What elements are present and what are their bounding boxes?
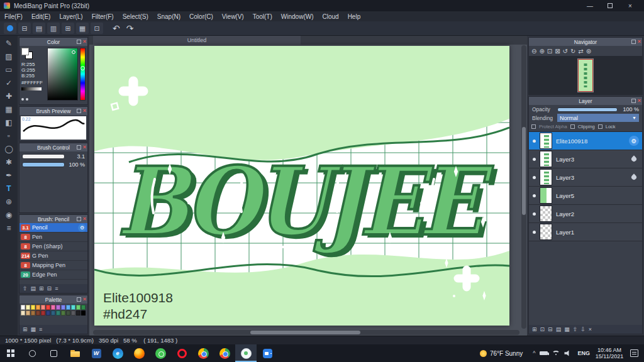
tool-gradient[interactable]: ◧ (1, 116, 16, 129)
fg-bg-swatches[interactable] (21, 48, 34, 60)
layer-visibility-dot[interactable] (533, 194, 536, 197)
palette-swatch[interactable] (46, 305, 50, 310)
palette-swatch[interactable] (21, 310, 25, 315)
popout-icon[interactable] (77, 297, 81, 302)
palette-swatch[interactable] (41, 310, 45, 315)
brush-settings-icon[interactable]: ≡ (55, 285, 58, 292)
vertical-scroll-thumb[interactable] (522, 127, 526, 215)
battery-icon[interactable] (540, 351, 548, 355)
add-layer-icon[interactable]: ⊞ (532, 326, 537, 332)
save-icon[interactable]: ⊟ (18, 23, 31, 34)
close-icon[interactable]: × (638, 98, 641, 104)
chrome-profile2-icon[interactable] (214, 344, 235, 362)
minimize-button[interactable]: — (580, 0, 600, 11)
add-brush-icon[interactable]: ⊞ (39, 285, 44, 292)
palette-swatch[interactable] (66, 310, 70, 315)
material-panel-icon[interactable]: ⊡ (91, 23, 103, 34)
whatsapp-icon[interactable] (150, 344, 171, 362)
start-button[interactable] (0, 344, 21, 362)
merge-layer-icon[interactable]: ⊟ (548, 326, 553, 332)
menu-layer[interactable]: Layer(L) (55, 13, 87, 20)
brush-row[interactable]: 8 Pen (Sharp) ⚙ (19, 242, 87, 251)
remove-brush-icon[interactable]: ⊟ (47, 285, 52, 292)
layer-down-icon[interactable]: ⇩ (580, 326, 586, 332)
popout-icon[interactable] (631, 40, 636, 44)
navigator-preview[interactable] (529, 56, 642, 94)
tool-text[interactable]: T (1, 182, 16, 195)
palette-swatch[interactable] (76, 310, 80, 315)
close-icon[interactable]: × (83, 145, 86, 150)
zoom-in-icon[interactable]: ⊕ (539, 48, 544, 55)
wifi-icon[interactable] (552, 351, 560, 356)
zoom-out-icon[interactable]: ⊖ (531, 48, 536, 55)
popout-icon[interactable] (631, 99, 636, 103)
rotate-right-icon[interactable]: ↻ (570, 48, 575, 55)
palette-swatch[interactable] (31, 305, 35, 310)
brush-row[interactable]: 3.1 Pencil ⚙ (19, 223, 87, 233)
popout-icon[interactable] (77, 109, 81, 113)
menu-cloud[interactable]: Cloud (318, 13, 343, 20)
menu-select[interactable]: Select(S) (118, 13, 153, 20)
slider-dot[interactable] (21, 98, 24, 101)
palette-swatch[interactable] (31, 310, 35, 315)
chrome-icon[interactable] (192, 344, 214, 362)
layer-row[interactable]: Layer3 ⚙ (529, 168, 642, 187)
layer-visibility-dot[interactable] (533, 212, 536, 216)
layer-visibility-dot[interactable] (533, 176, 536, 179)
value-slider[interactable] (21, 87, 42, 90)
palette-swatch[interactable] (81, 305, 86, 310)
layer-visibility-dot[interactable] (533, 158, 536, 161)
palette-swatch[interactable] (51, 310, 55, 315)
layer-up-icon[interactable]: ⇧ (573, 326, 578, 332)
palette-swatch[interactable] (51, 305, 55, 310)
hue-cursor[interactable] (80, 66, 85, 70)
hue-bar[interactable] (80, 48, 86, 101)
tool-magic-wand[interactable]: ✱ (1, 156, 16, 168)
redo-icon[interactable]: ↷ (126, 23, 134, 33)
artwork-canvas[interactable]: BOUJEE BOUJEE (94, 46, 509, 326)
palette-swatch[interactable] (46, 310, 50, 315)
document-tab[interactable]: Untitled (93, 36, 301, 45)
palette-swatch[interactable] (36, 310, 40, 315)
brush-row[interactable]: 8 Pen ⚙ (19, 233, 87, 242)
brush-size-slider[interactable] (22, 154, 65, 159)
layer-row[interactable]: Elite100918 ⚙ (529, 132, 642, 150)
layer-row[interactable]: Layer5 ⚙ (529, 187, 642, 205)
palette-swatch[interactable] (21, 305, 25, 310)
tool-bucket[interactable]: ▦ (1, 103, 16, 116)
layer-visibility-dot[interactable] (533, 231, 536, 234)
canvas-vertical-scrollbar[interactable] (521, 45, 526, 329)
palette-swatch[interactable] (61, 310, 65, 315)
protect-alpha-checkbox[interactable] (531, 124, 536, 129)
camera-app-icon[interactable] (257, 344, 278, 362)
opacity-slider[interactable] (557, 107, 618, 112)
tool-select-pen[interactable]: ✒ (1, 169, 16, 182)
clipping-checkbox[interactable] (570, 124, 575, 129)
zoom-fit-icon[interactable]: ⊡ (547, 48, 552, 55)
palette-swatch[interactable] (81, 310, 86, 315)
primary-color-button[interactable] (4, 23, 16, 34)
tool-zoom[interactable]: ◉ (1, 209, 16, 221)
slider-dot[interactable] (26, 98, 28, 101)
brush-opacity-slider[interactable] (22, 162, 65, 167)
brush-settings-gear-icon[interactable]: ⚙ (78, 224, 86, 232)
close-icon[interactable]: × (83, 39, 86, 45)
layer-row[interactable]: Layer3 ⚙ (529, 150, 642, 168)
saturation-value-picker[interactable] (47, 48, 78, 101)
flip-view-icon[interactable]: ⇄ (578, 48, 583, 55)
message-icon[interactable]: ▤ (33, 23, 45, 34)
palette-swatch[interactable] (76, 305, 80, 310)
layer-visibility-dot[interactable] (533, 140, 536, 143)
close-button[interactable]: × (620, 0, 640, 11)
opera-icon[interactable] (171, 344, 192, 362)
brush-row[interactable]: 8 Mapping Pen ⚙ (19, 261, 87, 270)
tool-eraser[interactable]: ▨ (1, 50, 16, 63)
new-doc-icon[interactable]: ▥ (47, 23, 60, 34)
duplicate-layer-icon[interactable]: ⊡ (540, 326, 545, 332)
menu-edit[interactable]: Edit(E) (27, 13, 55, 20)
popout-icon[interactable] (77, 40, 81, 44)
palette-swatch[interactable] (26, 305, 30, 310)
edge-icon[interactable]: e (107, 344, 128, 362)
canvas-horizontal-scrollbar[interactable] (93, 330, 519, 335)
tool-snap[interactable]: ✓ (1, 77, 16, 89)
